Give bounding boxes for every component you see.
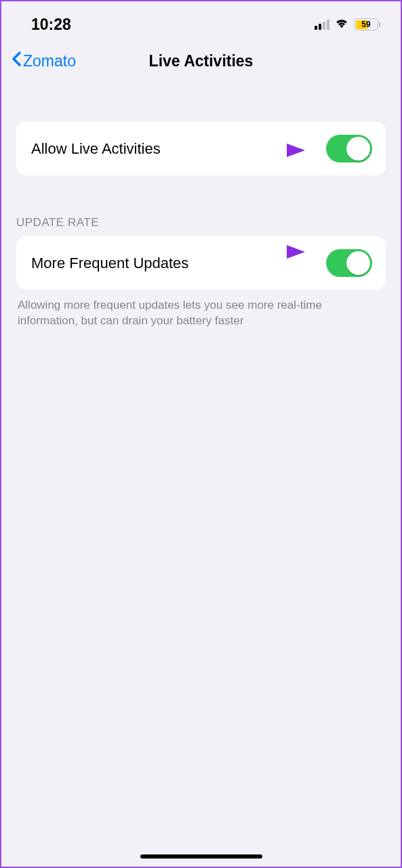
status-icons: 59 <box>315 17 380 32</box>
allow-live-activities-row: Allow Live Activities <box>16 122 386 175</box>
page-title: Live Activities <box>149 52 254 70</box>
toggle-thumb <box>346 251 370 275</box>
battery-icon: 59 <box>354 18 380 30</box>
back-label: Zomato <box>23 52 76 70</box>
status-bar: 10:28 59 <box>1 1 401 42</box>
toggle-thumb <box>346 137 370 160</box>
nav-header: Zomato Live Activities <box>1 42 401 83</box>
wifi-icon <box>334 17 349 32</box>
cellular-signal-icon <box>315 19 329 30</box>
frequent-updates-label: More Frequent Updates <box>31 255 188 272</box>
status-time: 10:28 <box>31 16 71 34</box>
update-rate-header: UPDATE RATE <box>1 216 401 236</box>
chevron-left-icon <box>11 51 22 71</box>
more-frequent-updates-toggle[interactable] <box>326 249 372 277</box>
settings-group-update-rate: More Frequent Updates <box>16 236 386 290</box>
allow-label: Allow Live Activities <box>31 140 161 158</box>
back-button[interactable]: Zomato <box>11 51 76 71</box>
settings-group-allow: Allow Live Activities <box>16 122 386 175</box>
more-frequent-updates-row: More Frequent Updates <box>16 236 386 290</box>
home-indicator[interactable] <box>140 854 262 859</box>
update-rate-footer: Allowing more frequent updates lets you … <box>1 290 401 329</box>
battery-level: 59 <box>361 20 370 29</box>
allow-live-activities-toggle[interactable] <box>326 135 372 162</box>
